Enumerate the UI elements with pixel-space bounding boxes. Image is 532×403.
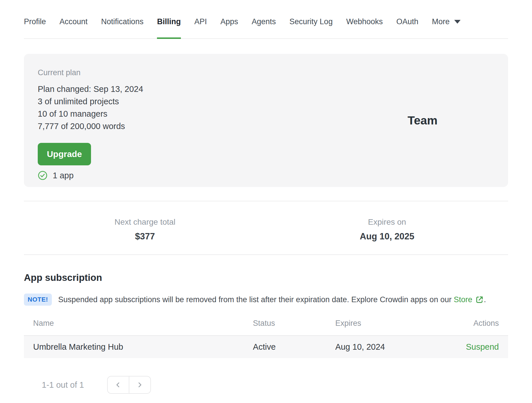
- app-subscription-table: Name Status Expires Actions Umbrella Mar…: [24, 314, 508, 358]
- tab-agents[interactable]: Agents: [252, 17, 276, 38]
- tab-notifications[interactable]: Notifications: [101, 17, 143, 38]
- note-badge: NOTE!: [24, 294, 52, 306]
- table-header-row: Name Status Expires Actions: [24, 314, 508, 336]
- plan-name: Team: [408, 114, 438, 127]
- pagination-info: 1-1 out of 1: [42, 380, 84, 390]
- tab-security-log[interactable]: Security Log: [289, 17, 333, 38]
- check-circle-icon: [38, 171, 48, 180]
- previous-page-button[interactable]: [107, 376, 129, 394]
- settings-tabs: Profile Account Notifications Billing AP…: [24, 0, 508, 39]
- expires-on-label: Expires on: [266, 217, 508, 227]
- store-link[interactable]: Store: [454, 295, 484, 304]
- plan-changed-date: Plan changed: Sep 13, 2024: [38, 83, 494, 95]
- note-text-before: Suspended app subscriptions will be remo…: [58, 295, 454, 304]
- tab-webhooks[interactable]: Webhooks: [346, 17, 383, 38]
- next-charge-label: Next charge total: [24, 217, 266, 227]
- column-header-expires: Expires: [335, 314, 442, 336]
- store-link-label: Store: [454, 295, 472, 304]
- chevron-left-icon: [114, 381, 122, 389]
- apps-count-label: 1 app: [53, 171, 74, 180]
- column-header-name: Name: [24, 314, 253, 336]
- tab-profile[interactable]: Profile: [24, 17, 46, 38]
- tab-apps[interactable]: Apps: [220, 17, 238, 38]
- next-charge-cell: Next charge total $377: [24, 217, 266, 242]
- note-text-after: .: [484, 295, 486, 304]
- next-charge-value: $377: [24, 231, 266, 242]
- subscription-note: NOTE! Suspended app subscriptions will b…: [24, 294, 508, 306]
- suspend-link[interactable]: Suspend: [466, 342, 499, 351]
- table-row: Umbrella Marketing Hub Active Aug 10, 20…: [24, 336, 508, 358]
- chevron-right-icon: [136, 381, 143, 389]
- billing-summary: Next charge total $377 Expires on Aug 10…: [24, 201, 508, 255]
- apps-count-row: 1 app: [38, 171, 494, 180]
- expires-on-cell: Expires on Aug 10, 2025: [266, 217, 508, 242]
- column-header-status: Status: [253, 314, 335, 336]
- next-page-button[interactable]: [129, 376, 151, 394]
- upgrade-button[interactable]: Upgrade: [38, 143, 91, 165]
- tab-billing[interactable]: Billing: [157, 17, 181, 39]
- projects-usage: 3 of unlimited projects: [38, 95, 494, 108]
- tab-more-label: More: [432, 17, 450, 26]
- tab-api[interactable]: API: [194, 17, 207, 38]
- settings-page: Profile Account Notifications Billing AP…: [24, 0, 508, 394]
- tab-account[interactable]: Account: [60, 17, 88, 38]
- subscription-expires: Aug 10, 2024: [335, 336, 442, 358]
- current-plan-card: Current plan Plan changed: Sep 13, 2024 …: [24, 54, 508, 187]
- external-link-icon: [475, 295, 484, 304]
- pager-buttons: [107, 376, 151, 394]
- caret-down-icon: [454, 20, 461, 24]
- expires-on-value: Aug 10, 2025: [266, 231, 508, 242]
- subscription-status: Active: [253, 336, 335, 358]
- note-text: Suspended app subscriptions will be remo…: [58, 295, 486, 304]
- tab-oauth[interactable]: OAuth: [396, 17, 419, 38]
- column-header-actions: Actions: [442, 314, 508, 336]
- app-subscription-title: App subscription: [24, 272, 508, 283]
- subscription-name: Umbrella Marketing Hub: [24, 336, 253, 358]
- tab-more[interactable]: More: [432, 17, 461, 38]
- pagination: 1-1 out of 1: [24, 376, 508, 394]
- current-plan-label: Current plan: [38, 68, 494, 77]
